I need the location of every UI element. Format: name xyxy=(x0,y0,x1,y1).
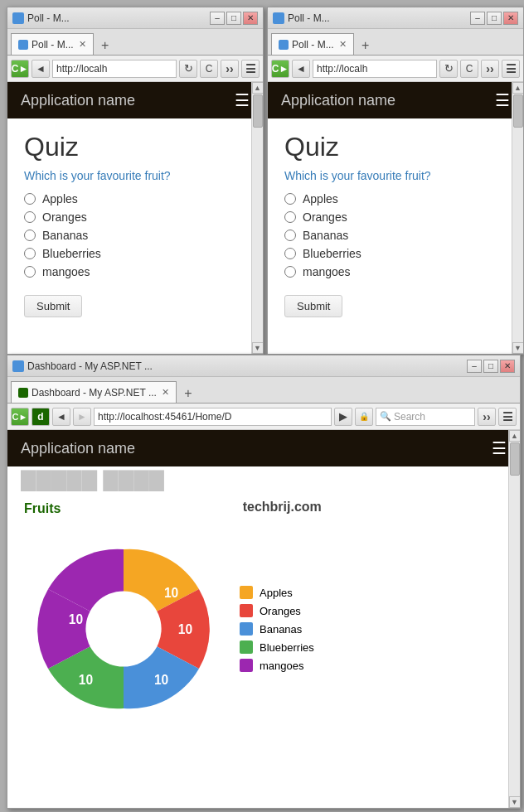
tab-label-3: Dashboard - My ASP.NET ... xyxy=(32,387,157,399)
refresh-btn-2[interactable]: ↻ xyxy=(439,60,458,78)
tab-3-active[interactable]: Dashboard - My ASP.NET ... ✕ xyxy=(11,381,177,403)
submit-btn-2[interactable]: Submit xyxy=(284,295,342,317)
submit-btn-1[interactable]: Submit xyxy=(24,295,82,317)
menu-btn-2[interactable]: ☰ xyxy=(502,60,520,78)
d-icon-3[interactable]: d xyxy=(32,408,50,426)
scroll-thumb-3[interactable] xyxy=(510,442,520,476)
address-field-3[interactable]: http://localhost:45461/Home/D xyxy=(94,408,332,426)
legend-label-blueberries: Blueberries xyxy=(260,641,314,654)
legend-color-bananas xyxy=(240,622,253,636)
scroll-thumb-1[interactable] xyxy=(253,94,263,128)
hamburger-icon-2[interactable]: ☰ xyxy=(495,90,510,110)
favicon-3 xyxy=(12,360,24,372)
tab-close-2[interactable]: ✕ xyxy=(339,39,347,50)
tab-2-active[interactable]: Poll - M... ✕ xyxy=(271,33,354,55)
radio-bananas-2[interactable] xyxy=(284,230,296,241)
label-apples-val: 10 xyxy=(164,586,179,600)
scroll-down-1[interactable]: ▼ xyxy=(252,342,264,354)
quiz-option-blueberries-2: Blueberries xyxy=(284,247,507,260)
minimize-btn-3[interactable]: – xyxy=(467,360,482,373)
scroll-up-2[interactable]: ▲ xyxy=(512,82,524,94)
refresh-btn-3[interactable]: ▶ xyxy=(334,408,352,426)
nav-back-3[interactable]: ◄ xyxy=(52,408,70,426)
nav-back-2[interactable]: ◄ xyxy=(292,60,310,78)
radio-blueberries-1[interactable] xyxy=(24,248,36,259)
more-btn-2[interactable]: ›› xyxy=(481,60,499,78)
hamburger-icon-1[interactable]: ☰ xyxy=(235,90,250,110)
maximize-btn-1[interactable]: □ xyxy=(226,12,241,25)
scrollbar-1[interactable]: ▲ ▼ xyxy=(251,82,263,354)
url-text-1: http://localh xyxy=(56,63,107,75)
titlebar-1: Poll - M... – □ ✕ xyxy=(7,7,263,29)
radio-mangoes-1[interactable] xyxy=(24,266,36,278)
legend-apples: Apples xyxy=(240,586,314,599)
close-btn-3[interactable]: ✕ xyxy=(500,360,515,373)
radio-oranges-2[interactable] xyxy=(284,211,296,223)
scrollbar-2[interactable]: ▲ ▼ xyxy=(512,82,523,354)
label-oranges-val: 10 xyxy=(178,622,193,636)
refresh-btn-1[interactable]: ↻ xyxy=(179,60,197,78)
desktop: Poll - M... – □ ✕ Poll - M... ✕ + C► ◄ h… xyxy=(0,0,524,812)
close-btn-2[interactable]: ✕ xyxy=(503,12,518,25)
address-field-2[interactable]: http://localh xyxy=(313,60,437,78)
address-field-1[interactable]: http://localh xyxy=(52,60,177,78)
nav-back-1[interactable]: ◄ xyxy=(32,60,50,78)
menu-btn-1[interactable]: ☰ xyxy=(241,60,260,78)
window-controls-1[interactable]: – □ ✕ xyxy=(210,12,258,25)
scroll-down-2[interactable]: ▼ xyxy=(512,342,524,354)
legend-color-oranges xyxy=(240,604,253,617)
back-history-1[interactable]: C xyxy=(200,60,218,78)
search-placeholder-3: Search xyxy=(394,411,425,423)
hamburger-icon-3[interactable]: ☰ xyxy=(492,438,507,458)
radio-blueberries-2[interactable] xyxy=(284,248,296,259)
radio-apples-2[interactable] xyxy=(284,193,296,205)
minimize-btn-1[interactable]: – xyxy=(210,12,225,25)
back-history-2[interactable]: C xyxy=(460,60,478,78)
maximize-btn-2[interactable]: □ xyxy=(487,12,502,25)
scroll-up-1[interactable]: ▲ xyxy=(252,82,264,94)
browser-content-3: Application name ☰ █████ ████ Fruits tec… xyxy=(7,430,520,808)
scroll-down-3[interactable]: ▼ xyxy=(509,796,521,808)
radio-bananas-1[interactable] xyxy=(24,230,36,241)
quiz-option-oranges-1: Oranges xyxy=(24,210,246,224)
scroll-thumb-2[interactable] xyxy=(513,94,523,128)
tab-bar-1: Poll - M... ✕ + xyxy=(7,29,263,56)
menu-btn-3[interactable]: ☰ xyxy=(498,408,517,426)
window-controls-3[interactable]: – □ ✕ xyxy=(467,360,515,373)
back-btn-3[interactable]: C► xyxy=(11,408,29,426)
legend-color-blueberries xyxy=(240,640,253,654)
back-btn-1[interactable]: C► xyxy=(11,60,29,78)
scroll-up-3[interactable]: ▲ xyxy=(509,430,521,442)
window-controls-2[interactable]: – □ ✕ xyxy=(470,12,518,25)
maximize-btn-3[interactable]: □ xyxy=(483,360,498,373)
tab-close-3[interactable]: ✕ xyxy=(162,387,169,398)
more-btn-1[interactable]: ›› xyxy=(221,60,239,78)
app-navbar-3: Application name ☰ xyxy=(7,430,520,466)
quiz-option-mangoes-2: mangoes xyxy=(284,265,507,278)
tab-1-active[interactable]: Poll - M... ✕ xyxy=(11,33,94,55)
option-label-oranges-1: Oranges xyxy=(42,210,87,224)
new-tab-btn-2[interactable]: + xyxy=(356,36,376,55)
radio-apples-1[interactable] xyxy=(24,193,36,205)
radio-oranges-1[interactable] xyxy=(24,211,36,223)
cert-btn-3[interactable]: 🔒 xyxy=(355,408,373,426)
app-name-1: Application name xyxy=(21,92,135,109)
option-label-bananas-1: Bananas xyxy=(42,229,88,242)
minimize-btn-2[interactable]: – xyxy=(470,12,485,25)
search-field-3[interactable]: 🔍 Search xyxy=(376,408,475,426)
quiz-content-1: Quiz Which is your favourite fruit? Appl… xyxy=(7,118,263,331)
app-navbar-2: Application name ☰ xyxy=(268,82,523,118)
window-poll-2: Poll - M... – □ ✕ Poll - M... ✕ + C► ◄ h… xyxy=(267,7,524,355)
nav-fwd-3[interactable]: ► xyxy=(73,408,91,426)
back-btn-2[interactable]: C► xyxy=(271,60,289,78)
tab-label-2: Poll - M... xyxy=(292,39,334,51)
tab-close-1[interactable]: ✕ xyxy=(79,39,86,50)
more-btn-3[interactable]: ›› xyxy=(478,408,496,426)
scrollbar-3[interactable]: ▲ ▼ xyxy=(508,430,520,808)
new-tab-btn-1[interactable]: + xyxy=(95,36,115,55)
close-btn-1[interactable]: ✕ xyxy=(243,12,258,25)
window-title-3: Dashboard - My ASP.NET ... xyxy=(12,360,153,372)
radio-mangoes-2[interactable] xyxy=(284,266,296,278)
new-tab-btn-3[interactable]: + xyxy=(178,384,198,403)
legend-bananas: Bananas xyxy=(240,622,314,636)
